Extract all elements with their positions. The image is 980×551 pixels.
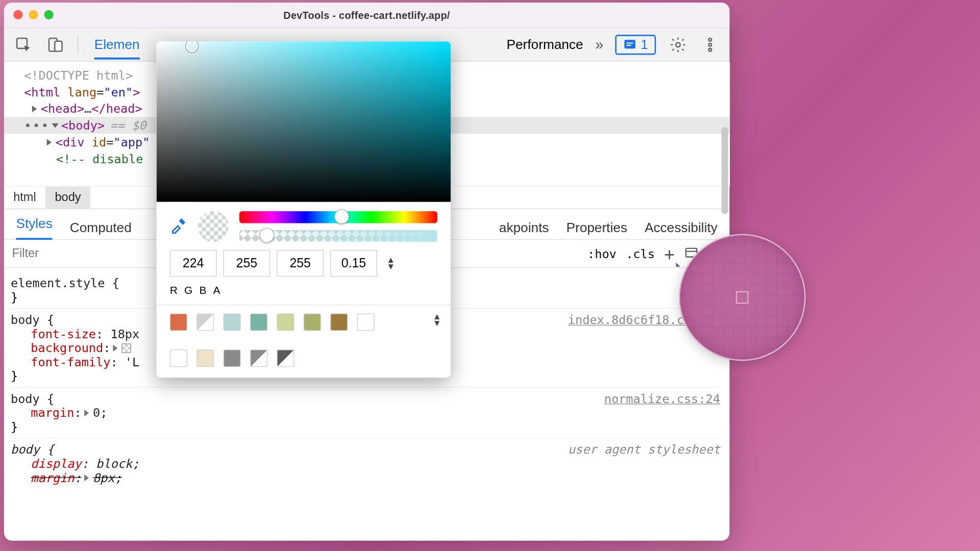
color-palette: ▲▼ bbox=[157, 307, 451, 378]
label-a: A bbox=[213, 285, 220, 297]
subtab-properties[interactable]: Properties bbox=[566, 220, 627, 235]
svg-rect-3 bbox=[625, 40, 635, 47]
kebab-menu-icon[interactable] bbox=[700, 34, 720, 54]
rule-body-ua[interactable]: user agent stylesheet body { display: bl… bbox=[11, 438, 720, 489]
format-stepper[interactable]: ▲▼ bbox=[386, 257, 395, 270]
elements-scrollbar[interactable] bbox=[721, 127, 728, 214]
swatch[interactable] bbox=[357, 313, 375, 331]
palette-stepper[interactable]: ▲▼ bbox=[433, 313, 442, 327]
issues-count: 1 bbox=[641, 37, 648, 52]
svg-point-7 bbox=[708, 48, 712, 51]
close-window-button[interactable] bbox=[13, 10, 22, 19]
swatch[interactable] bbox=[250, 349, 267, 367]
saturation-value-area[interactable] bbox=[157, 41, 451, 202]
new-style-rule-button[interactable]: + bbox=[664, 243, 675, 263]
tab-performance[interactable]: Performance bbox=[507, 37, 583, 52]
svg-point-5 bbox=[708, 38, 712, 41]
alpha-slider[interactable] bbox=[239, 230, 437, 242]
zoom-window-button[interactable] bbox=[44, 10, 53, 19]
swatch[interactable] bbox=[170, 313, 187, 331]
swatch[interactable] bbox=[224, 313, 241, 331]
cls-toggle[interactable]: .cls bbox=[626, 246, 655, 261]
minimize-window-button[interactable] bbox=[29, 10, 38, 19]
inspect-element-icon[interactable] bbox=[13, 34, 33, 54]
swatch[interactable] bbox=[277, 313, 294, 331]
dom-doctype: <!DOCTYPE html> bbox=[24, 68, 133, 83]
label-b: B bbox=[199, 285, 206, 297]
swatch[interactable] bbox=[170, 349, 187, 367]
panel-tabs: Elemen bbox=[94, 37, 140, 52]
devtools-window: DevTools - coffee-cart.netlify.app/ Elem… bbox=[4, 3, 729, 541]
traffic-lights bbox=[13, 10, 54, 19]
svg-point-4 bbox=[676, 42, 680, 47]
rgba-a-input[interactable] bbox=[330, 250, 377, 277]
eyedropper-icon[interactable] bbox=[170, 216, 187, 236]
hue-slider[interactable] bbox=[239, 211, 437, 223]
rgba-g-input[interactable] bbox=[224, 250, 271, 277]
source-ua: user agent stylesheet bbox=[568, 442, 720, 457]
tab-elements[interactable]: Elemen bbox=[94, 37, 140, 60]
settings-gear-icon[interactable] bbox=[668, 34, 688, 54]
color-picker-popover: ▲▼ R G B A ▲▼ bbox=[157, 41, 451, 378]
swatch[interactable] bbox=[277, 349, 294, 367]
swatch[interactable] bbox=[224, 349, 241, 367]
window-title: DevTools - coffee-cart.netlify.app/ bbox=[283, 9, 450, 20]
swatch[interactable] bbox=[304, 313, 321, 331]
subtab-breakpoints-frag[interactable]: akpoints bbox=[499, 220, 549, 235]
eyedropper-magnifier[interactable] bbox=[679, 234, 806, 361]
breadcrumb-body[interactable]: body bbox=[45, 186, 90, 208]
current-color-preview bbox=[198, 211, 229, 242]
device-toolbar-icon[interactable] bbox=[45, 34, 65, 54]
svg-point-6 bbox=[708, 43, 712, 46]
subtab-computed[interactable]: Computed bbox=[70, 220, 132, 235]
rgba-r-input[interactable] bbox=[170, 250, 217, 277]
color-swatch-icon[interactable] bbox=[122, 343, 131, 353]
svg-rect-2 bbox=[55, 41, 62, 51]
subtab-accessibility[interactable]: Accessibility bbox=[645, 220, 718, 235]
hov-toggle[interactable]: :hov bbox=[587, 246, 617, 261]
breadcrumb-html[interactable]: html bbox=[4, 186, 45, 208]
swatch[interactable] bbox=[197, 313, 214, 331]
swatch[interactable] bbox=[197, 349, 214, 367]
source-link-normalize[interactable]: normalize.css:24 bbox=[604, 392, 720, 406]
label-r: R bbox=[170, 285, 178, 297]
issues-badge[interactable]: 1 bbox=[616, 34, 656, 54]
subtab-styles[interactable]: Styles bbox=[16, 216, 52, 240]
rgba-b-input[interactable] bbox=[277, 250, 324, 277]
sv-cursor[interactable] bbox=[186, 41, 198, 52]
label-g: G bbox=[184, 285, 192, 297]
more-tabs-chevron-icon[interactable]: » bbox=[595, 36, 603, 53]
window-titlebar: DevTools - coffee-cart.netlify.app/ bbox=[4, 3, 729, 28]
swatch[interactable] bbox=[250, 313, 267, 331]
rule-body-normalize[interactable]: normalize.css:24 body { margin:0; } bbox=[11, 387, 720, 438]
swatch[interactable] bbox=[330, 313, 348, 331]
